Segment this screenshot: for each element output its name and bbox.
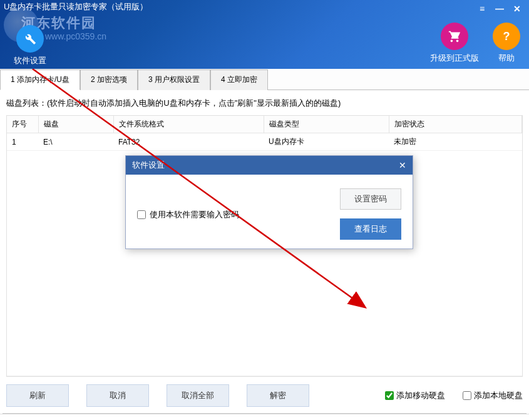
cancel-button[interactable]: 取消: [86, 384, 149, 407]
add-removable-input[interactable]: [385, 391, 394, 400]
cell-type: U盘内存卡: [264, 133, 389, 151]
settings-button[interactable]: 软件设置: [14, 25, 46, 66]
require-password-input[interactable]: [137, 210, 146, 219]
cell-disk: E:\: [38, 133, 113, 151]
add-local-input[interactable]: [463, 391, 471, 400]
upgrade-label: 升级到正式版: [430, 53, 479, 64]
col-type[interactable]: 磁盘类型: [264, 116, 389, 133]
add-local-checkbox[interactable]: 添加本地硬盘: [463, 390, 523, 401]
bottom-toolbar: 刷新 取消 取消全部 解密 添加移动硬盘 添加本地硬盘: [0, 379, 529, 413]
view-log-button[interactable]: 查看日志: [340, 218, 401, 240]
menu-icon[interactable]: ≡: [476, 4, 488, 14]
cancel-all-button[interactable]: 取消全部: [167, 384, 229, 407]
help-label: 帮助: [493, 53, 520, 64]
help-button[interactable]: ? 帮助: [493, 23, 520, 64]
add-removable-label: 添加移动硬盘: [396, 390, 445, 401]
cell-no: 1: [7, 133, 38, 151]
tab-encrypt-now[interactable]: 4 立即加密: [210, 69, 268, 90]
refresh-button[interactable]: 刷新: [6, 384, 69, 407]
col-no[interactable]: 序号: [7, 116, 38, 133]
require-password-label: 使用本软件需要输入密码: [150, 209, 239, 220]
footer-copyright: U盘内存卡批量只读加密专家 1.25版 （C）2018 夏冰软件 版权所有。 保…: [0, 414, 529, 420]
decrypt-button[interactable]: 解密: [247, 384, 309, 407]
minimize-icon[interactable]: —: [494, 4, 505, 14]
close-icon[interactable]: ✕: [511, 4, 523, 14]
cell-fs: FAT32: [113, 133, 264, 151]
tab-encrypt-options[interactable]: 2 加密选项: [80, 69, 138, 90]
tab-add-disk[interactable]: 1 添加内存卡/U盘: [0, 69, 80, 90]
tab-user-permission[interactable]: 3 用户权限设置: [138, 69, 210, 90]
cart-icon: [441, 23, 468, 50]
col-fs[interactable]: 文件系统格式: [113, 116, 264, 133]
settings-label: 软件设置: [14, 55, 46, 66]
require-password-checkbox[interactable]: 使用本软件需要输入密码: [137, 188, 239, 240]
watermark-url: www.pc0359.cn: [45, 31, 106, 41]
col-status[interactable]: 加密状态: [389, 116, 522, 133]
tab-bar: 1 添加内存卡/U盘 2 加密选项 3 用户权限设置 4 立即加密: [0, 69, 529, 90]
table-row[interactable]: 1 E:\ FAT32 U盘内存卡 未加密: [7, 133, 522, 151]
question-icon: ?: [493, 23, 520, 50]
header-banner: U盘内存卡批量只读加密专家（试用版） ≡ — ✕ 河东软件园 www.pc035…: [0, 0, 529, 69]
disk-list-description: 磁盘列表：(软件启动时自动添加插入电脑的U盘和内存卡，点击"刷新"显示最新插入的…: [6, 98, 523, 109]
settings-dialog: 软件设置 ✕ 使用本软件需要输入密码 设置密码 查看日志: [125, 155, 413, 249]
set-password-button[interactable]: 设置密码: [340, 188, 401, 210]
add-removable-checkbox[interactable]: 添加移动硬盘: [385, 390, 445, 401]
col-disk[interactable]: 磁盘: [38, 116, 113, 133]
upgrade-button[interactable]: 升级到正式版: [430, 23, 479, 64]
dialog-close-icon[interactable]: ✕: [399, 160, 406, 170]
table-header-row: 序号 磁盘 文件系统格式 磁盘类型 加密状态: [7, 116, 522, 133]
tools-icon: [16, 25, 44, 53]
svg-text:?: ?: [503, 30, 510, 43]
dialog-title-text: 软件设置: [132, 160, 165, 171]
cell-status: 未加密: [389, 133, 522, 151]
add-local-label: 添加本地硬盘: [474, 390, 523, 401]
